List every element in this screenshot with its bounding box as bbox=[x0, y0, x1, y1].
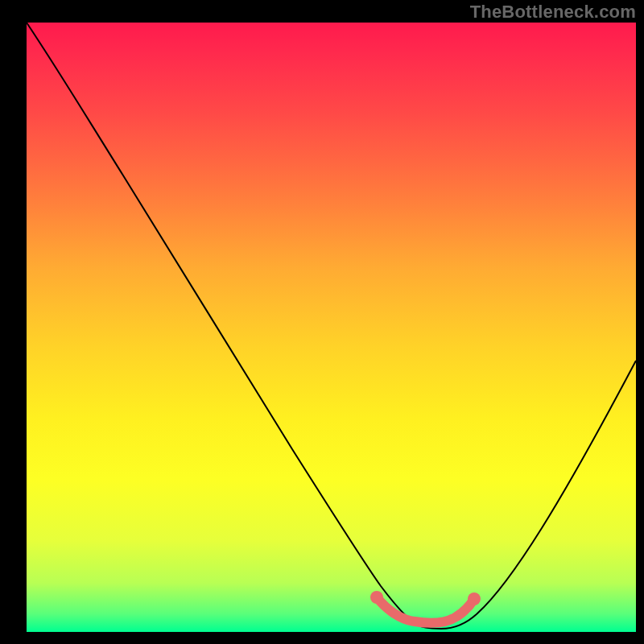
chart-container: TheBottleneck.com bbox=[0, 0, 644, 644]
optimal-range-start-dot bbox=[370, 591, 383, 604]
gradient-plot-area bbox=[27, 23, 636, 632]
optimal-range-end-dot bbox=[468, 592, 481, 605]
curve-svg bbox=[27, 23, 636, 632]
bottleneck-curve bbox=[27, 23, 636, 629]
optimal-range-marker bbox=[377, 597, 474, 623]
watermark-text: TheBottleneck.com bbox=[470, 2, 636, 23]
